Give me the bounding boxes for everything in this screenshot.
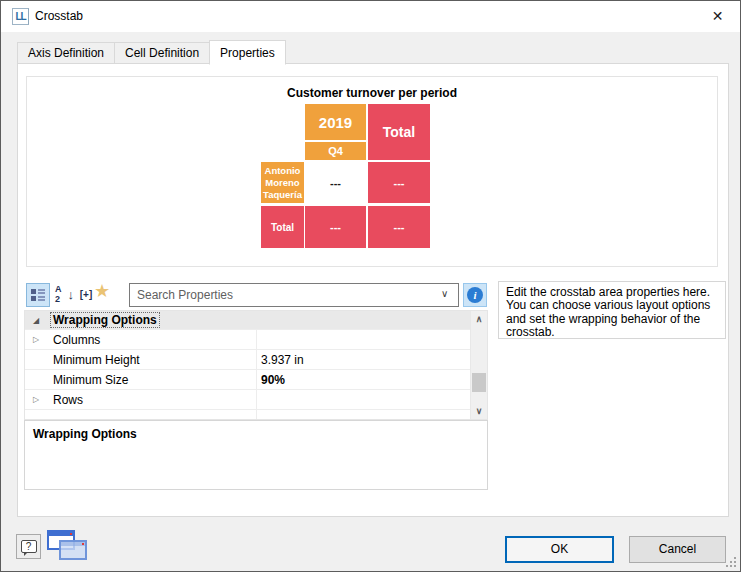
question-mark: ? (26, 541, 32, 552)
column-divider (256, 330, 257, 419)
crosstab-preview-panel[interactable]: Customer turnover per period 2019 Total … (26, 76, 718, 267)
resize-grip[interactable] (734, 565, 736, 567)
scrollbar-thumb[interactable] (472, 373, 486, 392)
info-button[interactable]: i (463, 283, 487, 307)
property-name: Rows (53, 393, 83, 407)
categorized-view-button[interactable] (26, 283, 50, 307)
preview-cell-quarter: Q4 (305, 142, 366, 160)
property-value[interactable]: 3.937 in (256, 350, 470, 369)
context-help-button[interactable]: ? (16, 534, 41, 559)
property-row-columns[interactable]: ▷ Columns (25, 330, 470, 350)
sort-arrow-icon: ↓ (68, 287, 75, 302)
title-bar: LL Crosstab ✕ (1, 1, 740, 32)
tab-properties[interactable]: Properties (209, 40, 286, 65)
sort-alphabetical-button[interactable]: A 2 ↓ (54, 284, 74, 306)
preview-cell-year: 2019 (305, 104, 366, 140)
tab-bar: Axis Definition Cell Definition Properti… (17, 40, 285, 64)
preview-cell-value: --- (368, 162, 430, 203)
preview-cell-value: --- (305, 206, 366, 248)
property-name: Minimum Height (53, 353, 140, 367)
front-window-icon (59, 540, 87, 560)
search-dropdown-chevron-icon[interactable]: ∨ (441, 288, 448, 299)
scroll-up-icon[interactable]: ∧ (471, 314, 487, 324)
close-button[interactable]: ✕ (695, 1, 740, 32)
search-properties-input[interactable] (129, 283, 459, 307)
windows-layout-icon[interactable] (47, 528, 91, 564)
property-row-minimum-size[interactable]: Minimum Size 90% (25, 370, 470, 390)
category-label: Wrapping Options (51, 313, 159, 327)
tab-cell-definition[interactable]: Cell Definition (114, 42, 210, 64)
help-text-panel: Edit the crosstab area properties here. … (498, 281, 726, 339)
sort-letter: A (55, 284, 62, 294)
app-logo-icon: LL (12, 8, 29, 25)
properties-tab-page: Customer turnover per period 2019 Total … (17, 63, 729, 517)
close-icon: ✕ (712, 8, 724, 24)
property-value[interactable] (256, 330, 470, 349)
sort-letter: 2 (55, 294, 60, 304)
property-grid: ◢ Wrapping Options ▷ Columns Minimum Hei… (24, 310, 488, 420)
preview-cell-row-total: Total (261, 206, 304, 248)
expand-all-button[interactable]: [+] (76, 287, 96, 303)
help-bubble-icon: ? (21, 540, 37, 553)
cancel-button[interactable]: Cancel (629, 536, 726, 563)
scroll-down-icon[interactable]: ∨ (471, 406, 487, 416)
preview-cell-value: --- (305, 162, 366, 203)
crosstab-dialog: LL Crosstab ✕ Axis Definition Cell Defin… (0, 0, 741, 572)
info-icon: i (467, 287, 483, 303)
tree-collapsed-icon[interactable]: ▷ (33, 395, 39, 404)
property-value[interactable]: 90% (256, 370, 470, 389)
property-name: Columns (53, 333, 100, 347)
window-title: Crosstab (35, 1, 83, 32)
description-heading: Wrapping Options (33, 427, 479, 441)
preview-cell-customer: Antonio Moreno Taquería (261, 162, 304, 203)
ok-button[interactable]: OK (505, 536, 614, 563)
preview-cell-column-total: Total (368, 104, 430, 160)
favorites-star-icon[interactable]: ★ (94, 280, 110, 302)
property-row-minimum-height[interactable]: Minimum Height 3.937 in (25, 350, 470, 370)
property-category-wrapping-options[interactable]: ◢ Wrapping Options (25, 311, 470, 330)
preview-title: Customer turnover per period (27, 86, 717, 100)
property-row-rows[interactable]: ▷ Rows (25, 390, 470, 410)
tree-collapsed-icon[interactable]: ▷ (33, 335, 39, 344)
tree-expanded-icon[interactable]: ◢ (33, 316, 39, 325)
preview-cell-value: --- (368, 206, 430, 248)
tab-axis-definition[interactable]: Axis Definition (17, 42, 115, 64)
property-description-panel: Wrapping Options (24, 420, 488, 490)
property-rows: ◢ Wrapping Options ▷ Columns Minimum Hei… (25, 311, 470, 419)
property-value[interactable] (256, 390, 470, 409)
property-name: Minimum Size (53, 373, 128, 387)
categorized-view-icon (31, 288, 45, 302)
vertical-scrollbar[interactable]: ∧ ∨ (470, 311, 487, 419)
